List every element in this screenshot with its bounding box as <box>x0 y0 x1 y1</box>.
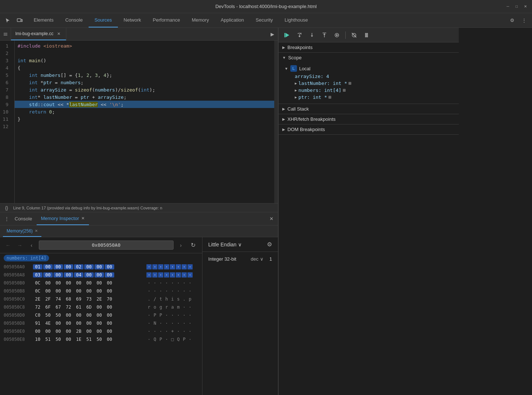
tab-performance[interactable]: Performance <box>147 13 186 27</box>
code-line-3: int main() <box>15 57 274 64</box>
bottom-panel: ⋮ Console Memory Inspector ✕ ✕ Memory(25… <box>0 212 278 395</box>
breakpoints-header[interactable]: ▶ Breakpoints <box>279 42 459 52</box>
scope-ptr: ▶ ptr: int *⊞ <box>295 94 453 101</box>
breakpoints-arrow-icon: ▶ <box>282 45 285 49</box>
hex-row-1: 005050A8 03 00 00 00 04 00 00 00 <box>0 271 202 279</box>
tab-application[interactable]: Application <box>215 13 250 27</box>
hex-row-3: 005050B8 0C000000 00000000 ···· ···· <box>0 287 202 295</box>
history-back-button[interactable]: ← <box>4 241 12 250</box>
file-tab-name: lmi-bug-example.cc <box>15 31 53 36</box>
settings-icon[interactable]: ⚙ <box>507 15 517 26</box>
scope-arrow-icon: ▼ <box>282 56 286 60</box>
tab-memory[interactable]: Memory <box>186 13 215 27</box>
svg-marker-2 <box>286 33 289 37</box>
file-tabs: lmi-bug-example.cc ✕ ▶ <box>0 28 278 41</box>
dom-breakpoints-header[interactable]: ▶ DOM Breakpoints <box>279 124 459 134</box>
toggle-sidebar-button[interactable] <box>0 28 11 40</box>
tab-network[interactable]: Network <box>118 13 147 27</box>
device-toolbar-icon[interactable] <box>15 15 25 26</box>
xhr-arrow-icon: ▶ <box>282 117 285 121</box>
bottom-more-icon[interactable]: ⋮ <box>3 215 10 223</box>
scope-array-size: arraySize: 4 <box>295 73 453 80</box>
call-stack-arrow-icon: ▶ <box>282 107 285 111</box>
scope-label: Scope <box>288 55 302 60</box>
file-tab-actions[interactable]: ▶ <box>267 28 278 40</box>
debugger-toolbar <box>279 28 459 42</box>
tab-memory-inspector[interactable]: Memory Inspector ✕ <box>37 212 89 225</box>
more-icon[interactable]: ⋮ <box>519 15 529 26</box>
numbers-arrow-icon[interactable]: ▶ <box>295 88 297 92</box>
hex-row-2: 005050B0 0C000000 00000000 ···· ···· <box>0 279 202 287</box>
code-area: 1 2 3 4 5 6 7 8 9 10 11 12 #include <ios… <box>0 41 278 203</box>
next-address-button[interactable]: › <box>176 241 185 250</box>
code-line-5: int numbers[] = {1, 2, 3, 4}; <box>15 71 274 79</box>
endian-selector[interactable]: Little Endian ∨ <box>208 242 242 247</box>
format-selector[interactable]: dec ∨ <box>251 256 264 262</box>
vertical-scrollbar[interactable] <box>274 41 278 203</box>
hex-row-5: 005050C8 726F6772 616D0000 rogr am·· <box>0 303 202 311</box>
svg-rect-1 <box>21 19 22 22</box>
debug-separator <box>345 31 346 39</box>
integer-32-value: 1 <box>269 256 272 262</box>
minimize-button[interactable]: ─ <box>505 4 511 10</box>
status-text: Line 9, Column 17 (provided via debug in… <box>13 206 162 210</box>
resume-button[interactable] <box>282 30 293 41</box>
local-badge: L <box>290 65 297 72</box>
ptr-arrow-icon[interactable]: ▶ <box>295 95 297 99</box>
window-controls: ─ □ ✕ <box>505 4 528 10</box>
close-all-button[interactable]: ✕ <box>268 215 275 223</box>
call-stack-section: ▶ Call Stack <box>279 104 459 114</box>
cursor-icon[interactable] <box>3 15 13 26</box>
prev-address-button[interactable]: ‹ <box>27 241 36 250</box>
title-bar: DevTools - localhost:4000/lmi-bug-exampl… <box>0 0 532 13</box>
refresh-button[interactable]: ↻ <box>188 240 198 250</box>
xhr-label: XHR/fetch Breakpoints <box>287 116 336 122</box>
endian-label: Little Endian <box>208 242 237 247</box>
settings-gear-icon[interactable]: ⚙ <box>267 241 272 248</box>
tab-sources[interactable]: Sources <box>89 13 118 27</box>
last-number-arrow-icon[interactable]: ▶ <box>295 81 297 85</box>
code-line-7: int arraySize = sizeof(numbers)/sizeof(i… <box>15 86 274 93</box>
memory-sub-tab-256[interactable]: Memory(256) ✕ <box>3 226 41 237</box>
address-input[interactable] <box>39 241 174 250</box>
step-button[interactable] <box>331 30 342 41</box>
pause-on-exceptions-button[interactable] <box>361 30 372 41</box>
dom-breakpoints-section: ▶ DOM Breakpoints <box>279 124 459 135</box>
close-button[interactable]: ✕ <box>522 4 528 10</box>
history-forward-button[interactable]: → <box>15 241 24 250</box>
step-out-button[interactable] <box>319 30 330 41</box>
scope-section: ▼ Scope ▼ L Local arraySize: 4 ▶ <box>279 53 459 104</box>
tab-elements[interactable]: Elements <box>28 13 59 27</box>
tab-console[interactable]: Console <box>59 13 89 27</box>
endian-chevron-icon: ∨ <box>238 242 242 247</box>
file-tab-close-button[interactable]: ✕ <box>56 31 62 37</box>
code-lines: #include <iostream> int main() { int num… <box>15 41 274 203</box>
window-title: DevTools - localhost:4000/lmi-bug-exampl… <box>215 4 317 9</box>
deactivate-breakpoints-button[interactable] <box>349 30 360 41</box>
step-into-button[interactable] <box>306 30 317 41</box>
code-line-10: return 0; <box>15 108 274 115</box>
info-panel: Little Endian ∨ ⚙ Integer 32-bit dec ∨ <box>202 237 278 395</box>
code-line-2 <box>15 49 274 57</box>
memory-inspector-close-button[interactable]: ✕ <box>81 216 85 221</box>
tab-security[interactable]: Security <box>250 13 279 27</box>
maximize-button[interactable]: □ <box>514 4 520 10</box>
svg-marker-7 <box>311 36 313 37</box>
xhr-breakpoints-header[interactable]: ▶ XHR/fetch Breakpoints <box>279 114 459 124</box>
nav-icons <box>0 15 28 26</box>
code-line-8: int* lastNumber = ptr + arraySize; <box>15 93 274 101</box>
file-tab-lmi[interactable]: lmi-bug-example.cc ✕ <box>11 28 66 40</box>
xhr-breakpoints-section: ▶ XHR/fetch Breakpoints <box>279 114 459 124</box>
scope-header[interactable]: ▼ Scope <box>279 53 459 63</box>
integer-32-row: Integer 32-bit dec ∨ 1 <box>208 256 272 262</box>
format-brackets-icon[interactable]: {} <box>3 204 10 212</box>
step-over-button[interactable] <box>294 30 305 41</box>
tab-lighthouse[interactable]: Lighthouse <box>279 13 314 27</box>
scope-local-group: ▼ L Local <box>284 64 453 73</box>
integer-32-label: Integer 32-bit <box>208 256 245 262</box>
tab-console-bottom[interactable]: Console <box>10 212 37 225</box>
code-line-9: std::cout << *lastNumber << '\n'; <box>15 101 274 108</box>
call-stack-header[interactable]: ▶ Call Stack <box>279 104 459 114</box>
format-chevron-icon: ∨ <box>260 256 264 262</box>
memory-256-close-button[interactable]: ✕ <box>35 229 38 233</box>
